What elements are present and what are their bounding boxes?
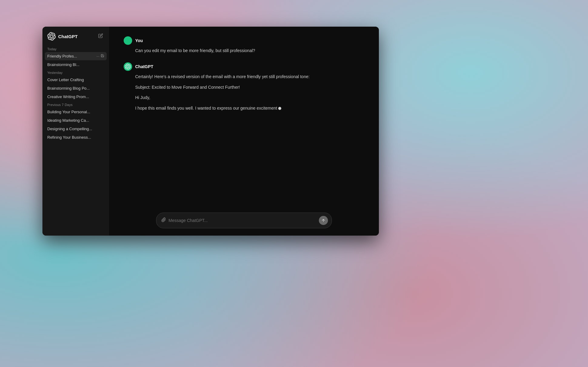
chat-item-actions: ··· [96,54,104,58]
user-message-header: You [124,36,364,45]
section-label-yesterday: Yesterday [45,69,107,76]
input-area [109,208,379,236]
sidebar-item-cover-letter[interactable]: Cover Letter Crafting [45,76,107,84]
new-chat-icon[interactable] [97,32,104,41]
chat-item-text: Refining Your Business... [47,135,104,140]
user-message-row: You Can you edit my email to be more fri… [124,36,364,54]
chat-item-text: Friendly Profes... [47,54,96,58]
save-icon[interactable] [101,54,104,58]
chat-item-text: Building Your Personal... [47,110,104,114]
user-sender-label: You [135,38,143,43]
gpt-message-row: ChatGPT Certainly! Here's a revised vers… [124,62,364,111]
sidebar-item-brainstorming-blog[interactable]: Brainstorming Blog Po... [45,84,107,92]
chat-item-text: Brainstorming Blog Po... [47,86,104,91]
sidebar-item-designing-compelling[interactable]: Designing a Compelling... [45,125,107,133]
sidebar-item-creative-writing[interactable]: Creative Writing Prom... [45,93,107,101]
gpt-avatar [124,62,132,71]
message-input[interactable] [169,218,316,223]
chat-item-text: Brainstorming Bl... [47,62,104,67]
user-avatar [124,36,132,45]
section-label-today: Today [45,45,107,52]
gpt-message-header: ChatGPT [124,62,364,71]
gpt-subject-text: Subject: Excited to Move Forward and Con… [135,84,364,91]
sidebar-item-friendly-profes[interactable]: Friendly Profes... ··· [45,52,107,60]
app-window: ChatGPT Today Friendly Profes... ··· [42,27,379,236]
gpt-greeting-text: Hi Judy, [135,94,364,101]
sidebar-logo-area: ChatGPT [47,32,78,41]
send-button[interactable] [319,216,328,225]
gpt-body-text: I hope this email finds you well. I want… [135,105,364,111]
gpt-sender-label: ChatGPT [135,64,153,69]
sidebar: ChatGPT Today Friendly Profes... ··· [42,27,109,236]
main-content: You Can you edit my email to be more fri… [109,27,379,236]
sidebar-item-refining-business[interactable]: Refining Your Business... [45,133,107,141]
sidebar-item-building-personal[interactable]: Building Your Personal... [45,108,107,116]
chat-item-text: Designing a Compelling... [47,127,104,131]
chat-item-text: Ideating Marketing Ca... [47,118,104,123]
gpt-intro-text: Certainly! Here's a revised version of t… [135,73,364,80]
sidebar-header: ChatGPT [45,30,107,45]
attach-icon[interactable] [161,217,166,223]
chatgpt-logo-icon [47,32,56,41]
app-title: ChatGPT [58,34,78,39]
typing-indicator [278,107,281,110]
chat-item-text: Creative Writing Prom... [47,94,104,99]
message-input-container [156,213,332,228]
chat-area: You Can you edit my email to be more fri… [109,27,379,208]
sidebar-item-brainstorming-bl[interactable]: Brainstorming Bl... [45,61,107,69]
sidebar-item-ideating-marketing[interactable]: Ideating Marketing Ca... [45,116,107,124]
chat-item-text: Cover Letter Crafting [47,78,104,82]
gpt-message-body: Certainly! Here's a revised version of t… [124,73,364,111]
user-message-text: Can you edit my email to be more friendl… [135,47,364,54]
three-dots-icon[interactable]: ··· [96,54,99,58]
user-message-body: Can you edit my email to be more friendl… [124,47,364,54]
section-label-previous-7: Previous 7 Days [45,101,107,108]
